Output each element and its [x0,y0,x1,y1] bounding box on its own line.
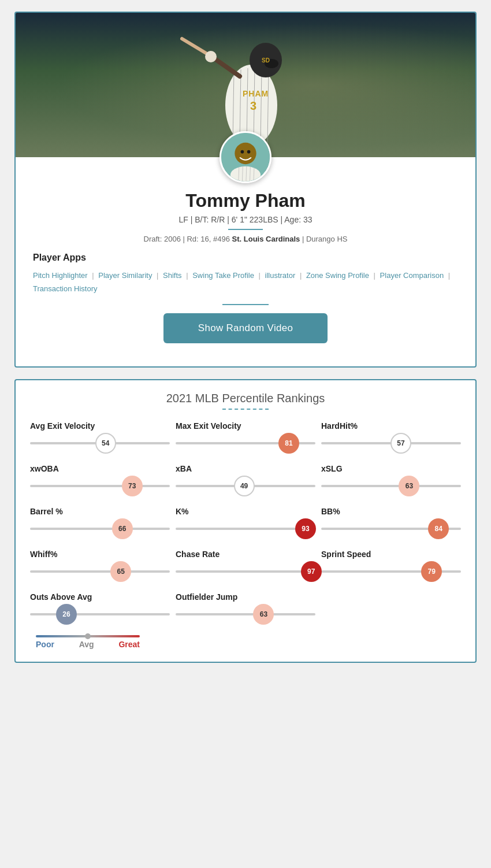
svg-point-21 [247,150,251,154]
slider-thumb: 57 [390,433,411,454]
ranking-item: Chase Rate97 [176,550,315,581]
slider-track: 66 [30,528,170,530]
slider-track-wrapper: 63 [321,477,461,495]
ranking-item: BB%84 [321,507,461,538]
app-link-player-similarity[interactable]: Player Similarity [98,271,152,280]
app-link-shifts[interactable]: Shifts [163,271,182,280]
slider-thumb: 79 [421,561,442,582]
player-card: PHAM 3 SD [14,12,477,368]
divider-2 [222,304,269,305]
slider-track: 49 [176,485,315,487]
slider-track: 54 [30,442,170,444]
ranking-item: Sprint Speed79 [321,550,461,581]
ranking-label: Chase Rate [176,550,315,559]
draft-team: St. Louis Cardinals [232,235,300,243]
slider-track-wrapper: 57 [321,434,461,452]
slider-track-wrapper: 81 [176,434,315,452]
legend-thumb [85,633,91,639]
legend-labels: Poor Avg Great [36,640,140,649]
player-avatar-wrapper [16,131,475,183]
slider-track-wrapper: 26 [30,605,170,624]
slider-track-wrapper: 49 [176,477,315,495]
draft-info: Draft: 2006 | Rd: 16, #496 St. Louis Car… [27,235,464,243]
svg-point-20 [241,150,244,154]
rankings-grid: Avg Exit Velocity54Max Exit Velocity81Ha… [30,421,461,624]
ranking-item: Avg Exit Velocity54 [30,421,170,452]
ranking-label: Sprint Speed [321,550,461,559]
legend-poor-label: Poor [36,640,54,649]
ranking-item: xwOBA73 [30,464,170,495]
ranking-label: K% [176,507,315,516]
rankings-card: 2021 MLB Percentile Rankings Avg Exit Ve… [14,379,477,663]
legend-great-label: Great [118,640,140,649]
rankings-title: 2021 MLB Percentile Rankings [30,392,461,405]
slider-track: 73 [30,485,170,487]
slider-track-wrapper: 63 [176,605,315,624]
slider-thumb: 73 [122,476,143,496]
app-link-illustrator[interactable]: illustrator [265,271,296,280]
player-name: Tommy Pham [27,190,464,212]
ranking-label: Avg Exit Velocity [30,421,170,431]
svg-text:SD: SD [262,57,270,64]
player-age: 33 [303,215,313,224]
slider-thumb: 63 [253,604,274,625]
ranking-label: BB% [321,507,461,516]
slider-track: 26 [30,613,170,615]
slider-thumb: 65 [110,561,131,582]
ranking-label: xBA [176,464,315,473]
app-link-swing-take[interactable]: Swing Take Profile [192,271,254,280]
legend-track [36,635,140,637]
divider-1 [228,229,263,230]
slider-thumb: 63 [399,476,419,496]
ranking-item: K%93 [176,507,315,538]
slider-thumb: 84 [428,518,449,539]
player-bats-throws: R/R [211,215,225,224]
ranking-label: Outfielder Jump [176,592,315,602]
svg-text:PHAM: PHAM [243,89,269,98]
rankings-underline [222,409,269,410]
slider-track-wrapper: 66 [30,520,170,538]
draft-school: Durango HS [306,235,348,243]
slider-track-wrapper: 97 [176,562,315,581]
slider-thumb: 66 [112,518,133,539]
ranking-label: Max Exit Velocity [176,421,315,431]
svg-text:3: 3 [250,99,256,112]
slider-thumb: 81 [278,433,299,454]
slider-track-wrapper: 65 [30,562,170,581]
ranking-label: xwOBA [30,464,170,473]
slider-track: 63 [321,485,461,487]
slider-track: 81 [176,442,315,444]
ranking-item: Barrel %66 [30,507,170,538]
legend-avg-label: Avg [79,640,94,649]
slider-track-wrapper: 79 [321,562,461,581]
player-info: Tommy Pham LF | B/T: R/R | 6' 1" 223LBS … [16,183,475,243]
show-video-button[interactable]: Show Random Video [163,313,328,343]
draft-round: 16 [200,235,209,243]
svg-point-22 [230,166,261,183]
app-link-pitch-highlighter[interactable]: Pitch Highlighter [33,271,88,280]
app-link-zone-swing[interactable]: Zone Swing Profile [306,271,369,280]
player-apps-title: Player Apps [33,253,458,263]
slider-track: 97 [176,570,315,573]
slider-track-wrapper: 84 [321,520,461,538]
ranking-item: Outs Above Avg26 [30,592,170,624]
ranking-item: HardHit%57 [321,421,461,452]
app-link-transaction-history[interactable]: Transaction History [33,284,98,293]
slider-track: 65 [30,570,170,573]
ranking-label: Barrel % [30,507,170,516]
slider-track: 93 [176,528,315,530]
player-apps-section: Player Apps Pitch Highlighter | Player S… [16,253,475,366]
legend-track-wrapper: Poor Avg Great [30,635,461,649]
slider-track-wrapper: 73 [30,477,170,495]
ranking-item: Whiff%65 [30,550,170,581]
slider-thumb: 93 [295,518,316,539]
player-meta: LF | B/T: R/R | 6' 1" 223LBS | Age: 33 [27,215,464,224]
player-avatar [220,131,271,183]
slider-thumb: 26 [56,604,77,625]
slider-track: 79 [321,570,461,573]
ranking-label: Outs Above Avg [30,592,170,602]
slider-track-wrapper: 93 [176,520,315,538]
slider-thumb: 54 [95,433,116,454]
app-link-player-comparison[interactable]: Player Comparison [380,271,444,280]
player-height-weight: 6' 1" 223LBS [232,215,278,224]
